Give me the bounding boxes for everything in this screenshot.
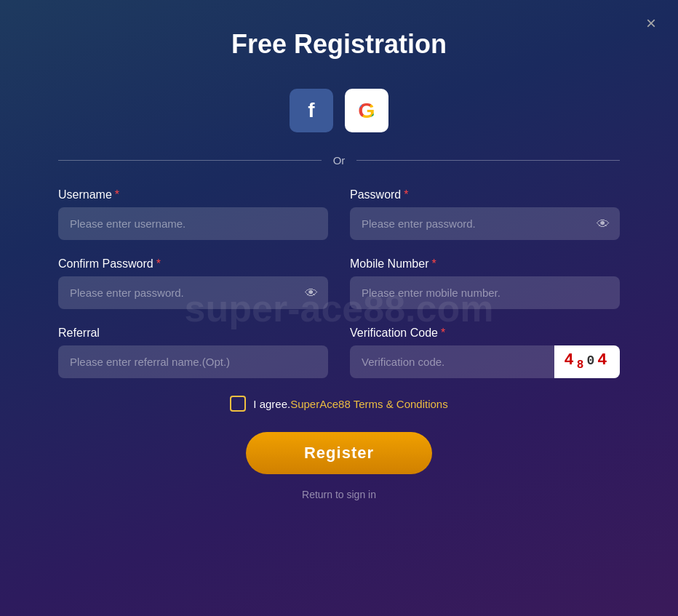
confirm-password-required: * [156, 257, 161, 270]
registration-modal: super-ace88.com × Free Registration f G … [0, 0, 678, 616]
modal-title: Free Registration [231, 29, 447, 60]
divider-text: Or [333, 154, 346, 167]
agree-checkbox[interactable] [230, 396, 246, 412]
verification-label: Verification Code* [350, 327, 620, 340]
agree-row: I agree.SuperAce88 Terms & Conditions [58, 396, 620, 412]
mobile-group: Mobile Number* [350, 257, 620, 309]
username-input[interactable] [58, 207, 328, 240]
captcha-text: 4804 [565, 351, 610, 372]
divider-line-left [58, 160, 322, 161]
mobile-input-wrapper [350, 276, 620, 309]
password-required: * [404, 188, 408, 201]
username-group: Username* [58, 188, 328, 240]
referral-input-wrapper [58, 345, 328, 378]
verification-input-wrapper: 4804 [350, 345, 620, 378]
verification-group: Verification Code* 4804 [350, 327, 620, 378]
divider-line-right [356, 160, 620, 161]
username-input-wrapper [58, 207, 328, 240]
terms-link[interactable]: SuperAce88 Terms & Conditions [290, 398, 448, 410]
return-to-signin-link[interactable]: Return to sign in [302, 489, 376, 500]
agree-text: I agree.SuperAce88 Terms & Conditions [253, 398, 447, 410]
referral-label: Referral [58, 327, 328, 340]
facebook-login-button[interactable]: f [290, 89, 333, 132]
mobile-required: * [431, 257, 436, 270]
password-group: Password* 👁 [350, 188, 620, 240]
social-buttons-container: f G [290, 89, 388, 132]
confirm-password-group: Confirm Password* 👁 [58, 257, 328, 309]
captcha-image[interactable]: 4804 [554, 345, 620, 378]
referral-group: Referral [58, 327, 328, 378]
facebook-icon: f [308, 99, 314, 122]
form-grid: Username* Password* 👁 Confirm Password* [58, 188, 620, 378]
mobile-label: Mobile Number* [350, 257, 620, 271]
referral-input[interactable] [58, 345, 328, 378]
divider: Or [58, 154, 620, 167]
username-required: * [115, 188, 119, 201]
confirm-password-input[interactable] [58, 276, 328, 309]
password-input[interactable] [350, 207, 620, 240]
username-label: Username* [58, 188, 328, 201]
verification-required: * [441, 327, 445, 339]
password-input-wrapper: 👁 [350, 207, 620, 240]
confirm-password-eye-icon[interactable]: 👁 [305, 285, 318, 300]
password-eye-icon[interactable]: 👁 [597, 216, 610, 231]
password-label: Password* [350, 188, 620, 201]
close-button[interactable]: × [646, 15, 656, 32]
confirm-password-input-wrapper: 👁 [58, 276, 328, 309]
google-login-button[interactable]: G [345, 89, 388, 132]
register-button[interactable]: Register [246, 432, 432, 474]
google-icon: G [358, 98, 375, 123]
mobile-input[interactable] [350, 276, 620, 309]
confirm-password-label: Confirm Password* [58, 257, 328, 271]
